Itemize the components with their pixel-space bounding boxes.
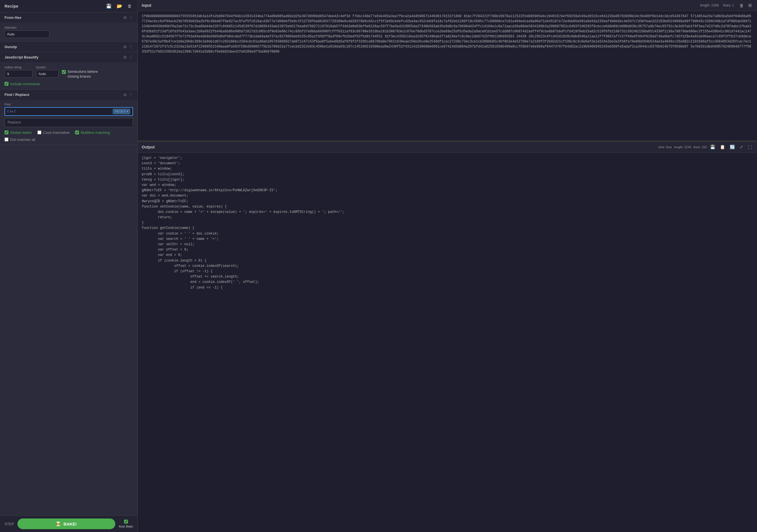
find-label: Find (5, 103, 133, 106)
from-hex-menu-icon[interactable]: ⋮ (129, 15, 133, 20)
step-label: STEP (5, 522, 14, 526)
bake-icon: 🧑‍🍳 (56, 521, 61, 526)
find-replace-menu-icon[interactable]: ⋮ (129, 93, 133, 97)
disable-from-hex-icon[interactable]: ⊘ (123, 15, 127, 20)
replace-label: Replace (8, 120, 21, 124)
output-refresh-button[interactable]: 🔄 (729, 144, 736, 150)
include-comments-label: Include comments (10, 82, 40, 86)
from-hex-section: From Hex ⊘ ⋮ Delimiter (0, 13, 137, 42)
beautify-options-row: Indent string Quotes Semicolons before c… (5, 66, 133, 79)
dot-matches-item: Dot matches all (5, 137, 35, 142)
include-comments-checkbox[interactable] (5, 82, 9, 86)
disable-find-replace-icon[interactable]: ⊘ (123, 93, 127, 97)
global-match-label: Global match (10, 131, 32, 135)
multiline-label: Multiline matching (81, 131, 110, 135)
spacer (0, 145, 137, 516)
recipe-header: Recipe 💾 📂 🗑 (0, 0, 137, 13)
output-lines: lines: 100 (693, 145, 707, 149)
multiline-checkbox[interactable] (75, 131, 79, 134)
output-area[interactable]: jigsr = 'navigator'; coon3 = 'document';… (138, 153, 757, 532)
save-recipe-button[interactable]: 💾 (105, 3, 113, 9)
output-length: length: 2244 (674, 145, 691, 149)
input-length-label: length: 2168 (700, 3, 719, 7)
output-header: Output time: 9ms length: 2244 lines: 100… (138, 141, 757, 153)
input-area[interactable]: 1f8b080000000000003755555953db3a14fe2b86… (138, 11, 757, 140)
right-panel: Input length: 2168 lines: 1 🗑 ⊞ 1f8b0800… (138, 0, 757, 532)
gunzip-header[interactable]: Gunzip ⊘ ⋮ (0, 42, 137, 52)
disable-gunzip-icon[interactable]: ⊘ (123, 44, 127, 49)
js-beautify-header[interactable]: JavaScript Beautify ⊘ ⋮ (0, 52, 137, 62)
output-fullscreen-button[interactable]: ⛶ (746, 144, 753, 150)
indent-string-input[interactable] (5, 70, 33, 77)
delimiter-input[interactable] (5, 30, 49, 38)
semicolons-label: Semicolons before closing braces (68, 70, 104, 79)
js-beautify-menu-icon[interactable]: ⋮ (129, 55, 133, 59)
multiline-item: Multiline matching (75, 131, 110, 135)
quotes-label: Quotes (36, 66, 58, 69)
include-comments-item: Include comments (5, 82, 133, 86)
bake-label: BAKE! (64, 521, 77, 526)
find-replace-content: Find REGEX ▾ Replace Global match Case i… (0, 100, 137, 144)
left-panel: Recipe 💾 📂 🗑 From Hex ⊘ ⋮ Delimiter Gunz… (0, 0, 138, 532)
options-row-1: Global match Case insensitive Multiline … (5, 131, 133, 135)
find-input[interactable] (7, 109, 110, 114)
recipe-header-icons: 💾 📂 🗑 (105, 3, 133, 9)
auto-bake-checkbox[interactable] (124, 519, 128, 523)
input-lines-label: lines: 1 (723, 3, 734, 7)
recipe-title: Recipe (5, 4, 18, 9)
gunzip-menu-icon[interactable]: ⋮ (129, 44, 133, 49)
input-delete-button[interactable]: 🗑 (739, 2, 745, 9)
js-beautify-section: JavaScript Beautify ⊘ ⋮ Indent string Qu… (0, 52, 137, 90)
global-match-item: Global match (5, 131, 32, 135)
find-replace-section: Find / Replace ⊘ ⋮ Find REGEX ▾ Replace … (0, 90, 137, 145)
input-header-icons: 🗑 ⊞ (739, 2, 753, 9)
case-insensitive-item: Case insensitive (37, 131, 70, 135)
replace-box[interactable]: Replace (5, 118, 133, 127)
output-meta: time: 9ms length: 2244 lines: 100 💾 📋 🔄 … (658, 144, 753, 150)
delimiter-field: Delimiter (5, 26, 133, 38)
output-title: Output (142, 145, 155, 149)
gunzip-title: Gunzip (5, 45, 17, 49)
auto-bake-wrap: Auto Bake (119, 519, 133, 528)
find-replace-header[interactable]: Find / Replace ⊘ ⋮ (0, 90, 137, 100)
open-recipe-button[interactable]: 📂 (116, 3, 123, 9)
input-header: Input length: 2168 lines: 1 🗑 ⊞ (138, 0, 757, 11)
options-row-2: Dot matches all (5, 137, 133, 142)
output-time: time: 9ms (658, 145, 672, 149)
disable-js-beautify-icon[interactable]: ⊘ (123, 55, 127, 59)
delete-recipe-button[interactable]: 🗑 (126, 3, 133, 9)
output-expand-button[interactable]: ⤢ (739, 144, 744, 150)
input-meta: length: 2168 lines: 1 🗑 ⊞ (700, 2, 753, 9)
output-header-icons: 💾 📋 🔄 ⤢ ⛶ (709, 144, 753, 150)
quotes-field: Quotes (36, 66, 58, 77)
js-beautify-content: Indent string Quotes Semicolons before c… (0, 62, 137, 89)
input-title: Input (142, 3, 151, 8)
regex-badge[interactable]: REGEX ▾ (113, 109, 130, 114)
gunzip-icons: ⊘ ⋮ (123, 44, 133, 49)
auto-bake-label: Auto Bake (119, 525, 133, 528)
js-beautify-title: JavaScript Beautify (5, 55, 39, 59)
from-hex-content: Delimiter (0, 22, 137, 41)
gunzip-section: Gunzip ⊘ ⋮ (0, 42, 137, 52)
case-insensitive-label: Case insensitive (43, 131, 70, 135)
output-save-button[interactable]: 💾 (709, 144, 716, 150)
find-replace-title: Find / Replace (5, 93, 29, 97)
from-hex-icons: ⊘ ⋮ (123, 15, 133, 20)
semicolons-field: Semicolons before closing braces (62, 66, 133, 79)
output-copy-button[interactable]: 📋 (719, 144, 726, 150)
quotes-input[interactable] (36, 70, 58, 77)
find-replace-icons: ⊘ ⋮ (123, 93, 133, 97)
dot-matches-label: Dot matches all (10, 137, 35, 142)
semicolons-checkbox[interactable] (62, 70, 66, 74)
case-insensitive-checkbox[interactable] (37, 131, 41, 134)
indent-string-label: Indent string (5, 66, 33, 69)
from-hex-header[interactable]: From Hex ⊘ ⋮ (0, 13, 137, 22)
input-grid-button[interactable]: ⊞ (747, 2, 753, 9)
dot-matches-checkbox[interactable] (5, 137, 9, 141)
delimiter-label: Delimiter (5, 26, 133, 29)
indent-string-field: Indent string (5, 66, 33, 77)
footer: STEP 🧑‍🍳 BAKE! Auto Bake (0, 516, 137, 532)
global-match-checkbox[interactable] (5, 131, 9, 134)
bake-button[interactable]: 🧑‍🍳 BAKE! (17, 518, 115, 529)
from-hex-title: From Hex (5, 15, 21, 20)
